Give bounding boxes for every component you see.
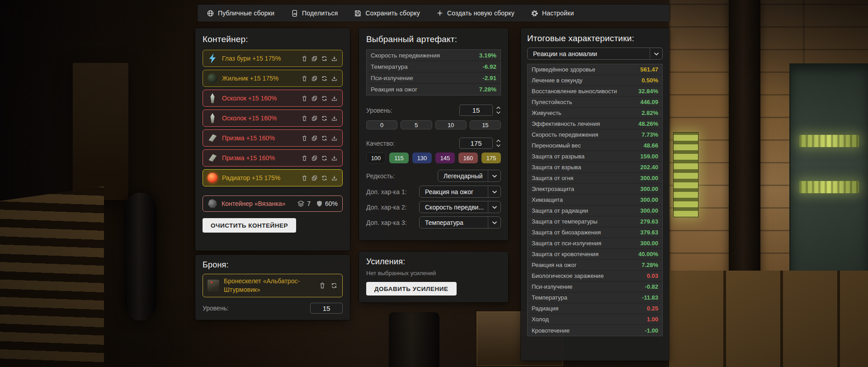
quality-option-175[interactable]: 175 [481, 153, 501, 163]
stepper-down-icon[interactable] [496, 144, 501, 147]
artifact-level-input[interactable] [459, 105, 493, 116]
topbar: Публичные сборки Поделиться Сохранить сб… [198, 5, 670, 22]
refresh-icon[interactable] [321, 115, 328, 122]
artifact-shard-icon [208, 113, 217, 123]
boosts-empty-text: Нет выбранных усилений [366, 270, 501, 276]
delete-icon[interactable] [301, 55, 308, 62]
summary-value: -11.83 [642, 294, 658, 301]
download-icon[interactable] [331, 175, 338, 181]
container-slots-value: 7 [307, 200, 311, 207]
new-build-button[interactable]: Создать новую сборку [436, 10, 514, 17]
quality-option-115[interactable]: 115 [389, 153, 409, 163]
artifact-quality-input[interactable] [459, 138, 493, 149]
extra-stat-row-2: Доп. хар-ка 2: Скорость передви... [366, 201, 501, 213]
download-icon[interactable] [331, 155, 338, 162]
add-boost-button[interactable]: ДОБАВИТЬ УСИЛЕНИЕ [366, 282, 457, 296]
level-option-10[interactable]: 10 [435, 120, 467, 129]
item-actions [301, 155, 338, 162]
quality-option-100[interactable]: 100 [366, 153, 386, 163]
public-builds-button[interactable]: Публичные сборки [207, 10, 274, 17]
download-icon[interactable] [331, 135, 338, 142]
copy-icon[interactable] [311, 175, 318, 181]
extra-stat-1-select[interactable]: Реакция на ожог [419, 186, 501, 198]
container-item-6[interactable]: Призма +15 160% [203, 149, 343, 167]
summary-row: Химзащита300.00 [528, 195, 662, 205]
delete-icon[interactable] [301, 175, 308, 181]
summary-label: Приведённое здоровье [532, 66, 595, 73]
copy-icon[interactable] [311, 135, 318, 142]
copy-icon[interactable] [311, 155, 318, 162]
stepper-up-icon[interactable] [496, 139, 501, 143]
extra-stat-2-select[interactable]: Скорость передви... [419, 201, 501, 213]
delete-icon[interactable] [301, 95, 308, 102]
armor-level-input[interactable] [310, 303, 343, 314]
summary-row: Переносимый вес48.66 [528, 140, 662, 151]
armor-name: Бронескелет «Альбатрос-Штурмовик» [224, 277, 314, 294]
delete-icon[interactable] [301, 155, 308, 162]
share-button[interactable]: Поделиться [291, 10, 338, 17]
summary-row: Защита от кровотечения40.00% [528, 249, 662, 260]
quality-control-row: Качество: [366, 138, 501, 149]
container-item-3[interactable]: Осколок +15 160% [203, 90, 343, 107]
shield-icon [316, 200, 323, 207]
summary-filter-select[interactable]: Реакции на аномалии [527, 48, 663, 60]
refresh-icon[interactable] [330, 282, 338, 289]
selected-artifact-panel: Выбранный артефакт: Скорость передвижени… [359, 28, 508, 240]
summary-label: Реакция на ожог [532, 262, 576, 268]
refresh-icon[interactable] [321, 75, 328, 82]
settings-button[interactable]: Настройки [531, 10, 574, 17]
download-icon[interactable] [331, 55, 338, 62]
summary-value: 48.26% [638, 120, 658, 127]
download-icon[interactable] [331, 75, 338, 82]
boosts-panel: Усиления: Нет выбранных усилений ДОБАВИТ… [359, 252, 508, 302]
copy-icon[interactable] [311, 55, 318, 62]
delete-icon[interactable] [319, 282, 326, 289]
armor-actions [319, 282, 338, 289]
extra-stat-3-select[interactable]: Температура [419, 216, 501, 229]
container-item-1[interactable]: Глаз бури +15 175% [203, 50, 343, 67]
container-item-5[interactable]: Призма +15 160% [203, 129, 343, 147]
summary-row: Пулестойкость446.09 [528, 97, 662, 108]
download-icon[interactable] [331, 115, 338, 122]
summary-value: 300.00 [640, 207, 658, 214]
copy-icon[interactable] [311, 115, 318, 122]
delete-icon[interactable] [301, 75, 308, 82]
refresh-icon[interactable] [321, 55, 328, 62]
new-build-label: Создать новую сборку [447, 10, 514, 17]
level-option-15[interactable]: 15 [470, 120, 501, 129]
summary-panel: Итоговые характеристики: Реакции на аном… [521, 28, 669, 361]
refresh-icon[interactable] [321, 155, 328, 162]
container-item-4[interactable]: Осколок +15 160% [203, 110, 343, 127]
delete-icon[interactable] [301, 115, 308, 122]
container-info[interactable]: Контейнер «Вязанка» 7 60% [203, 195, 343, 212]
copy-icon[interactable] [311, 75, 318, 82]
level-option-5[interactable]: 5 [401, 120, 432, 129]
refresh-icon[interactable] [321, 175, 328, 181]
artifact-list: Глаз бури +15 175% Жильник +15 175% [203, 50, 343, 186]
stepper-up-icon[interactable] [496, 106, 501, 110]
artifact-stat-table: Скорость передвижения 3.19% Температура … [366, 49, 501, 95]
level-option-0[interactable]: 0 [366, 120, 397, 129]
summary-row: Защита от разрыва159.00 [528, 151, 662, 162]
clear-container-button[interactable]: ОЧИСТИТЬ КОНТЕЙНЕР [203, 218, 296, 233]
artifact-name: Глаз бури +15 175% [222, 55, 297, 62]
stat-value: 7.28% [479, 86, 496, 93]
quality-option-130[interactable]: 130 [412, 153, 432, 163]
download-icon[interactable] [331, 95, 338, 102]
summary-value: 300.00 [640, 196, 658, 203]
rarity-select[interactable]: Легендарный [438, 170, 501, 182]
item-actions [301, 95, 338, 102]
quality-option-160[interactable]: 160 [458, 153, 478, 163]
save-build-button[interactable]: Сохранить сборку [354, 10, 420, 17]
summary-value: 48.66 [643, 142, 658, 149]
armor-item[interactable]: Бронескелет «Альбатрос-Штурмовик» [203, 274, 343, 297]
summary-label: Биологическое заражение [532, 272, 604, 279]
refresh-icon[interactable] [321, 95, 328, 102]
container-item-2[interactable]: Жильник +15 175% [203, 70, 343, 87]
copy-icon[interactable] [311, 95, 318, 102]
container-item-7-selected[interactable]: Радиатор +15 175% [203, 169, 343, 186]
refresh-icon[interactable] [321, 135, 328, 142]
delete-icon[interactable] [301, 135, 308, 142]
stepper-down-icon[interactable] [496, 111, 501, 114]
quality-option-145[interactable]: 145 [435, 153, 455, 163]
